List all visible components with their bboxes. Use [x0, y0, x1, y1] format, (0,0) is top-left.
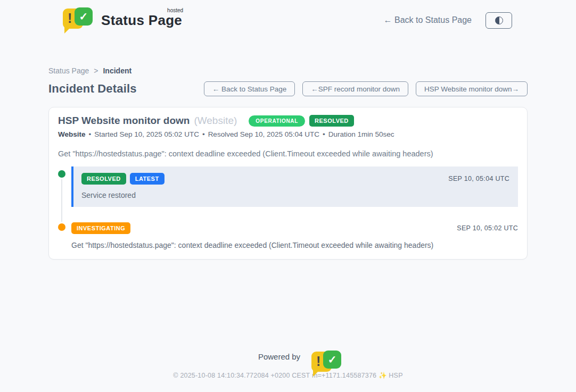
logo-green-bubble: ✓ [75, 7, 93, 26]
powered-by: Powered by ! ✓ [0, 351, 576, 362]
incident-timeline: RESOLVED LATEST SEP 10, 05:04 UTC Servic… [58, 169, 518, 249]
brand-name: Status Page hosted [101, 12, 182, 29]
timeline-dot-resolved [58, 170, 65, 178]
timeline-timestamp: SEP 10, 05:04 UTC [448, 175, 509, 182]
page: ! ✓ Status Page hosted ← Back to Status … [0, 0, 576, 392]
meta-separator: • [89, 130, 92, 138]
breadcrumb-status-page[interactable]: Status Page [48, 66, 89, 75]
incident-title: HSP Website monitor down [58, 115, 190, 127]
meta-separator: • [202, 130, 205, 138]
timeline-entry-header: INVESTIGATING SEP 10, 05:02 UTC [71, 222, 518, 234]
incident-card: HSP Website monitor down (Website) OPERA… [48, 107, 528, 260]
back-to-status-page-link[interactable]: ← Back to Status Page [384, 15, 472, 25]
logo-check-icon: ✓ [328, 353, 337, 366]
top-bar: ! ✓ Status Page hosted ← Back to Status … [0, 0, 576, 33]
logo-exclamation-icon: ! [68, 11, 72, 26]
back-to-status-page-button[interactable]: ← Back to Status Page [204, 81, 295, 96]
incident-nav-buttons: ← Back to Status Page ←SPF record monito… [204, 81, 528, 96]
breadcrumb-separator: > [94, 66, 98, 75]
meta-duration: Duration 1min 50sec [328, 130, 394, 138]
contrast-half-circle-icon [495, 16, 503, 24]
heading-row: Incident Details ← Back to Status Page ←… [48, 81, 528, 96]
theme-toggle-button[interactable] [486, 12, 512, 29]
prev-incident-button[interactable]: ←SPF record monitor down [302, 81, 408, 96]
logo-bubble-tail [313, 370, 320, 377]
timeline-message: Service restored [81, 191, 509, 199]
footer-logo-icon[interactable]: ! ✓ [305, 351, 318, 362]
logo-check-icon: ✓ [79, 10, 88, 23]
timeline-latest-update: RESOLVED LATEST SEP 10, 05:04 UTC Servic… [71, 166, 518, 207]
app-logo: ! ✓ Status Page hosted [63, 7, 182, 33]
breadcrumb-incident: Incident [103, 66, 131, 75]
timeline-entry: INVESTIGATING SEP 10, 05:02 UTC Get "htt… [58, 222, 518, 249]
timeline-entry-header: RESOLVED LATEST SEP 10, 05:04 UTC [81, 173, 509, 185]
latest-badge: LATEST [130, 173, 164, 185]
operational-status-badge: OPERATIONAL [249, 115, 305, 127]
main-content: Status Page > Incident Incident Details … [48, 66, 528, 260]
incident-component: (Website) [194, 115, 237, 127]
investigating-badge: INVESTIGATING [71, 222, 130, 234]
breadcrumb: Status Page > Incident [48, 66, 528, 75]
meta-started: Started Sep 10, 2025 05:02 UTC [94, 130, 199, 138]
logo-green-bubble: ✓ [323, 351, 341, 369]
incident-description: Get "https://hostedstatus.page": context… [58, 149, 518, 158]
page-title: Incident Details [48, 82, 137, 96]
logo-bubble-tail [64, 27, 71, 34]
page-footer: Powered by ! ✓ © 2025-10-08 14:10:34.772… [0, 351, 576, 392]
timeline-entry: RESOLVED LATEST SEP 10, 05:04 UTC Servic… [58, 169, 518, 207]
timeline-update: INVESTIGATING SEP 10, 05:02 UTC Get "htt… [71, 222, 518, 249]
meta-service: Website [58, 130, 86, 138]
topbar-actions: ← Back to Status Page [384, 12, 512, 29]
incident-meta: Website • Started Sep 10, 2025 05:02 UTC… [58, 130, 518, 138]
timeline-message: Get "https://hostedstatus.page": context… [71, 241, 518, 249]
copyright-text: © 2025-10-08 14:10:34.772084 +0200 CEST … [0, 371, 576, 379]
next-incident-button[interactable]: HSP Website monitor down→ [416, 81, 528, 96]
meta-resolved: Resolved Sep 10, 2025 05:04 UTC [208, 130, 319, 138]
timeline-timestamp: SEP 10, 05:02 UTC [457, 224, 518, 232]
timeline-dot-investigating [58, 223, 65, 231]
resolved-state-badge: RESOLVED [309, 115, 354, 127]
resolved-badge: RESOLVED [81, 173, 126, 185]
brand-hosted-superscript: hosted [167, 7, 183, 13]
incident-title-row: HSP Website monitor down (Website) OPERA… [58, 115, 518, 127]
logo-exclamation-icon: ! [316, 354, 320, 369]
brand-text: Status Page [101, 12, 182, 28]
meta-separator: • [323, 130, 325, 138]
powered-by-label: Powered by [258, 352, 300, 361]
status-page-logo-icon: ! ✓ [63, 7, 94, 33]
